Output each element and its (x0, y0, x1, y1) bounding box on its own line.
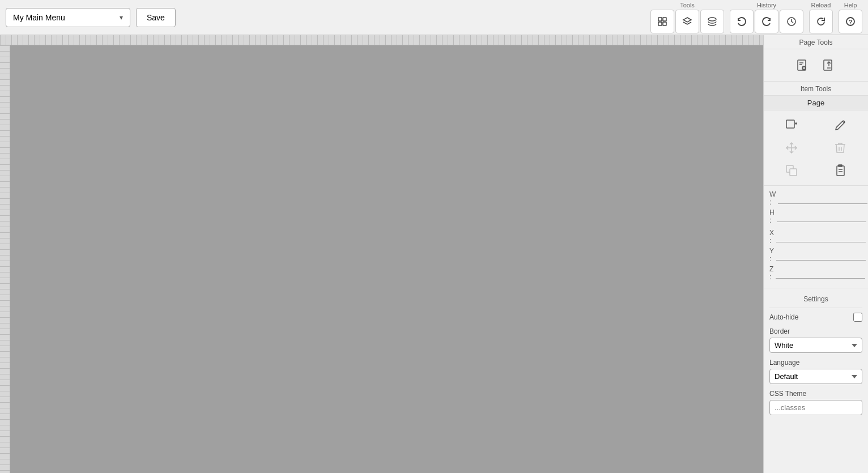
chevron-down-icon: ▾ (120, 14, 123, 22)
canvas-row (0, 45, 763, 473)
grid-icon[interactable] (650, 10, 674, 33)
language-block: Language Default English French (769, 359, 862, 384)
h-label: H : (769, 208, 775, 224)
page-tools-title: Page Tools (764, 35, 868, 49)
z-row: Z : (769, 265, 862, 281)
svg-rect-1 (663, 18, 666, 21)
move-button (768, 138, 815, 158)
svg-rect-25 (790, 169, 797, 176)
page-tools-icons (764, 49, 868, 82)
y-row: Y : (769, 247, 862, 263)
auto-hide-row: Auto-hide (769, 313, 862, 322)
css-theme-block: CSS Theme (769, 390, 862, 415)
help-buttons: ? (839, 10, 862, 33)
history-button[interactable] (780, 10, 803, 33)
x-label: X : (769, 229, 774, 245)
x-row: X : (769, 229, 862, 245)
auto-hide-label: Auto-hide (769, 313, 798, 321)
item-tools-grid (764, 110, 868, 186)
item-tools-tab[interactable]: Page (764, 96, 868, 110)
main-menu-dropdown[interactable]: My Main Menu ▾ (6, 8, 130, 27)
height-row: H : (769, 208, 862, 224)
border-select[interactable]: White Black None (769, 338, 862, 353)
canvas-wrapper (0, 35, 763, 473)
main-area: Page Tools (0, 35, 868, 473)
language-select[interactable]: Default English French (769, 369, 862, 384)
main-menu-label: My Main Menu (13, 13, 65, 22)
right-panel: Page Tools (763, 35, 868, 473)
svg-rect-15 (824, 60, 832, 70)
h-input[interactable] (777, 211, 866, 222)
z-input[interactable] (776, 268, 865, 279)
add-frame-button[interactable] (768, 115, 815, 135)
border-block: Border White Black None (769, 327, 862, 353)
svg-rect-2 (658, 22, 662, 25)
width-row: W : (769, 190, 862, 206)
item-tools-title: Item Tools (764, 82, 868, 96)
svg-marker-4 (683, 18, 691, 22)
border-label: Border (769, 327, 862, 335)
reload-button[interactable] (809, 10, 833, 33)
settings-section: Settings Auto-hide Border White Black No… (764, 288, 868, 425)
tools-label: Tools (680, 2, 695, 8)
z-label: Z : (769, 265, 773, 281)
language-label: Language (769, 359, 862, 367)
settings-title: Settings (769, 293, 862, 308)
ruler-v-ticks (0, 45, 10, 473)
ruler-horizontal (0, 35, 763, 45)
history-buttons (730, 10, 803, 33)
svg-rect-0 (658, 18, 662, 21)
edit-button[interactable] (817, 115, 863, 135)
reload-buttons (809, 10, 833, 33)
page-settings-button[interactable] (793, 55, 813, 75)
y-label: Y : (769, 247, 774, 263)
tools-group: Tools (650, 2, 724, 33)
stack-icon[interactable] (700, 10, 724, 33)
layers-icon[interactable] (675, 10, 699, 33)
history-label: History (757, 2, 776, 8)
clipboard-button[interactable] (817, 160, 863, 181)
top-toolbar: My Main Menu ▾ Save Tools (0, 0, 868, 35)
redo-button[interactable] (755, 10, 778, 33)
ruler-vertical (0, 45, 10, 473)
ruler-h-ticks (0, 35, 763, 45)
tools-buttons (650, 10, 724, 33)
w-input[interactable] (778, 193, 867, 204)
x-input[interactable] (776, 232, 866, 242)
svg-text:?: ? (849, 19, 853, 25)
svg-rect-26 (837, 166, 844, 176)
svg-point-5 (708, 18, 716, 21)
help-button[interactable]: ? (839, 10, 862, 33)
undo-button[interactable] (730, 10, 754, 33)
y-input[interactable] (776, 250, 866, 261)
duplicate-button (768, 160, 815, 181)
delete-button (817, 138, 863, 158)
help-label: Help (844, 2, 857, 8)
reload-group: Reload (809, 2, 833, 33)
svg-rect-3 (663, 22, 666, 25)
svg-rect-18 (786, 120, 794, 128)
css-theme-input[interactable] (769, 400, 862, 415)
page-export-button[interactable] (819, 55, 839, 75)
auto-hide-checkbox[interactable] (853, 313, 862, 322)
canvas[interactable] (10, 45, 763, 473)
save-button[interactable]: Save (136, 8, 176, 27)
w-label: W : (769, 190, 776, 206)
dimensions-section: W : H : X : Y : Z : (764, 186, 868, 288)
css-theme-label: CSS Theme (769, 390, 862, 398)
help-group: Help ? (839, 2, 862, 33)
history-group: History (730, 2, 803, 33)
reload-label: Reload (811, 2, 831, 8)
